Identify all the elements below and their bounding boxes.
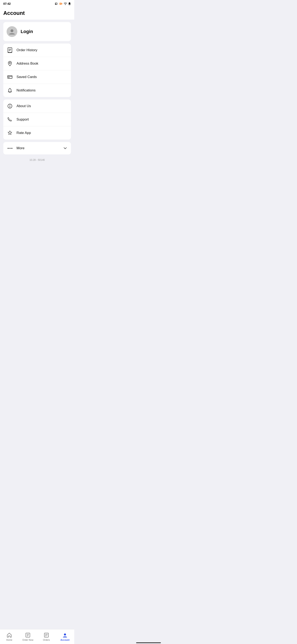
more-label: More xyxy=(16,146,24,150)
bell-icon xyxy=(6,87,13,94)
star-icon xyxy=(6,130,13,136)
svg-rect-11 xyxy=(8,48,12,53)
menu-label-address-book: Address Book xyxy=(16,62,38,66)
svg-point-22 xyxy=(10,105,10,105)
menu-group-1: Order History Address Book Saved Card xyxy=(3,44,71,97)
menu-label-about-us: About Us xyxy=(16,104,31,108)
battery-icon xyxy=(68,2,71,5)
content-area: Login Order History xyxy=(0,20,74,188)
login-label: Login xyxy=(21,29,33,34)
menu-label-support: Support xyxy=(16,118,29,122)
version-text: 10.28 - 50146 xyxy=(3,157,71,165)
menu-item-rate-app[interactable]: Rate App xyxy=(3,126,71,140)
avatar xyxy=(6,26,17,37)
svg-point-3 xyxy=(60,3,61,4)
status-icons xyxy=(55,2,71,5)
menu-item-about-us[interactable]: About Us xyxy=(3,100,71,113)
svg-point-6 xyxy=(65,4,66,5)
menu-group-2: About Us Support Rate App xyxy=(3,100,71,140)
page-title: Account xyxy=(3,10,71,16)
cast-icon xyxy=(55,2,58,5)
status-time: 07:42 xyxy=(3,2,11,5)
login-row[interactable]: Login xyxy=(3,22,71,41)
menu-label-notifications: Notifications xyxy=(16,88,36,92)
svg-point-15 xyxy=(9,62,10,64)
status-bar: 07:42 xyxy=(0,0,74,8)
menu-item-order-history[interactable]: Order History xyxy=(3,44,71,57)
info-icon xyxy=(6,103,13,110)
avatar-icon xyxy=(8,28,16,35)
more-row[interactable]: More xyxy=(3,142,71,154)
key-icon xyxy=(59,2,63,5)
more-left: More xyxy=(6,146,24,150)
svg-point-10 xyxy=(10,29,13,32)
phone-icon xyxy=(6,116,13,123)
more-card: More xyxy=(3,142,71,154)
card-icon xyxy=(6,74,13,80)
menu-item-saved-cards[interactable]: Saved Cards xyxy=(3,70,71,84)
menu-label-order-history: Order History xyxy=(16,48,37,52)
order-history-icon xyxy=(6,47,13,54)
menu-item-support[interactable]: Support xyxy=(3,113,71,126)
page-title-bar: Account xyxy=(0,8,74,20)
location-icon xyxy=(6,60,13,67)
menu-label-saved-cards: Saved Cards xyxy=(16,75,37,79)
menu-item-address-book[interactable]: Address Book xyxy=(3,57,71,70)
login-card: Login xyxy=(3,22,71,41)
chevron-down-icon xyxy=(63,146,68,151)
menu-label-rate-app: Rate App xyxy=(16,131,31,135)
menu-item-notifications[interactable]: Notifications xyxy=(3,84,71,97)
svg-rect-18 xyxy=(8,77,9,78)
svg-rect-16 xyxy=(8,76,12,78)
svg-rect-8 xyxy=(69,2,70,3)
wifi-icon xyxy=(64,2,67,5)
svg-rect-9 xyxy=(69,3,70,4)
more-dots-icon xyxy=(6,148,13,149)
